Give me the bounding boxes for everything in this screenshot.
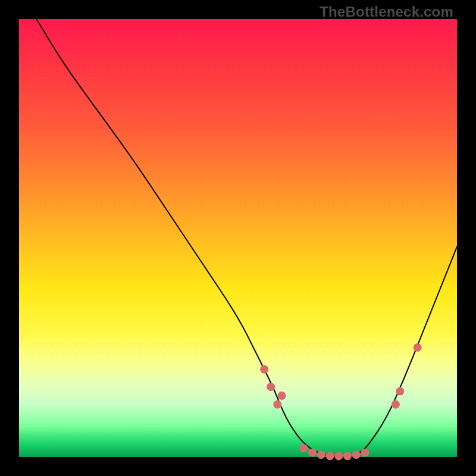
data-point [392,400,400,409]
data-point [260,365,268,374]
data-point [308,449,317,457]
data-point [343,452,352,461]
data-point [267,383,275,391]
data-point [396,387,404,396]
plot-area [19,19,457,457]
data-point [361,449,369,457]
data-point [278,392,286,400]
data-point [352,450,361,459]
data-point [317,450,325,459]
curve-layer [19,19,457,457]
data-point [414,343,422,352]
watermark-text: TheBottleneck.com [320,4,453,20]
data-dots [260,343,422,461]
chart-frame: TheBottleneck.com [0,0,476,476]
data-point [273,400,281,409]
data-point [334,452,343,461]
bottleneck-curve [36,19,457,457]
data-point [326,452,334,461]
data-point [299,444,308,452]
